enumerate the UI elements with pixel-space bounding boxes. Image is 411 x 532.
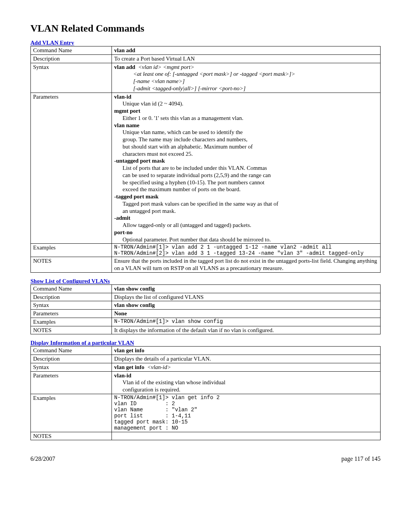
label-examples: Examples bbox=[31, 394, 112, 432]
label-syntax: Syntax bbox=[31, 301, 112, 310]
examples-value: N-TRON/Admin#[1]> vlan add 2 1 -untagged… bbox=[112, 244, 381, 257]
description-value: Displays the details of a particular VLA… bbox=[112, 355, 381, 363]
command-table-add-vlan: Command Name vlan add Description To cre… bbox=[30, 46, 381, 273]
footer-date: 6/28/2007 bbox=[30, 455, 55, 462]
notes-value bbox=[112, 432, 381, 440]
syntax-value: vlan get info <vlan-id> bbox=[112, 363, 381, 371]
label-parameters: Parameters bbox=[31, 371, 112, 394]
parameters-value: vlan-id Vlan id of the existing vlan who… bbox=[112, 371, 381, 394]
label-description: Description bbox=[31, 54, 112, 63]
description-value: Displays the list of configured VLANS bbox=[112, 293, 381, 301]
footer-page: page 117 of 145 bbox=[341, 455, 381, 462]
notes-value: It displays the information of the defau… bbox=[112, 326, 381, 334]
label-notes: NOTES bbox=[31, 326, 112, 334]
label-notes: NOTES bbox=[31, 257, 112, 273]
parameters-value: None bbox=[114, 310, 127, 316]
label-parameters: Parameters bbox=[31, 310, 112, 318]
label-cmd-name: Command Name bbox=[31, 284, 112, 293]
parameters-value: vlan-id Unique vlan id (2 ~ 4094). mgmt … bbox=[112, 93, 381, 244]
cmd-name-value: vlan show config bbox=[114, 286, 155, 292]
description-value: To create a Port based Virtual LAN bbox=[112, 54, 381, 63]
page-footer: 6/28/2007 page 117 of 145 bbox=[30, 455, 381, 462]
cmd-name-value: vlan get info bbox=[114, 347, 144, 353]
label-syntax: Syntax bbox=[31, 63, 112, 93]
cmd-name-value: vlan add bbox=[114, 47, 135, 53]
syntax-value: vlan add <vlan id> <mgmt port> <at least… bbox=[112, 63, 381, 93]
label-examples: Examples bbox=[31, 244, 112, 257]
command-table-get-info: Command Name vlan get info Description D… bbox=[30, 346, 381, 440]
page-title: VLAN Related Commands bbox=[30, 23, 381, 34]
label-parameters: Parameters bbox=[31, 93, 112, 244]
label-cmd-name: Command Name bbox=[31, 347, 112, 355]
section-link-add-vlan[interactable]: Add VLAN Entry bbox=[30, 40, 381, 46]
label-description: Description bbox=[31, 355, 112, 363]
syntax-value: vlan show config bbox=[114, 302, 155, 308]
label-examples: Examples bbox=[31, 318, 112, 326]
notes-value: Ensure that the ports included in the ta… bbox=[112, 257, 381, 273]
label-syntax: Syntax bbox=[31, 363, 112, 371]
section-link-show-config[interactable]: Show List of Configured VLANs bbox=[30, 278, 381, 284]
label-notes: NOTES bbox=[31, 432, 112, 440]
command-table-show-config: Command Name vlan show config Descriptio… bbox=[30, 284, 381, 335]
label-cmd-name: Command Name bbox=[31, 46, 112, 55]
examples-value: N-TRON/Admin#[1]> vlan get info 2 vlan I… bbox=[112, 394, 381, 432]
section-link-get-info[interactable]: Display Information of a particular VLAN bbox=[30, 340, 381, 346]
examples-value: N-TRON/Admin#[1]> vlan show config bbox=[112, 318, 381, 326]
label-description: Description bbox=[31, 293, 112, 301]
